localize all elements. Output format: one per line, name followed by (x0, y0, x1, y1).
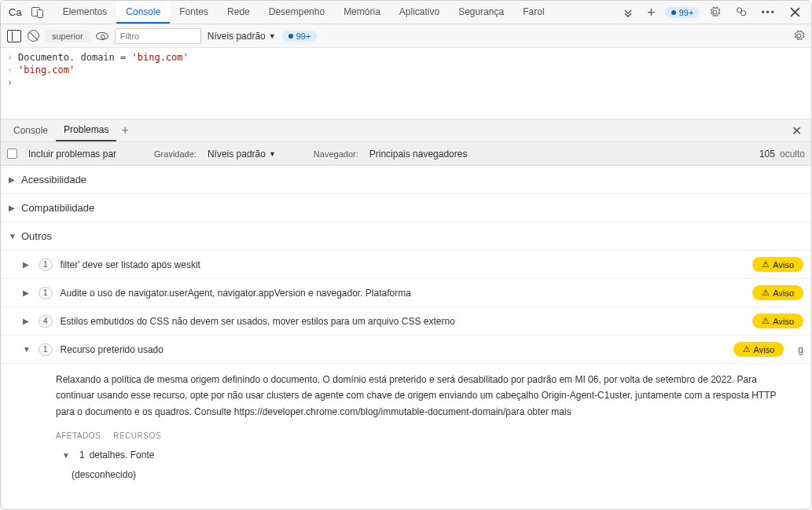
warning-badge[interactable]: ⚠Aviso (752, 314, 803, 328)
issue-count: 1 (39, 343, 53, 356)
settings-gear-icon[interactable] (704, 3, 726, 21)
clear-console-icon[interactable] (28, 30, 39, 42)
include-third-party-checkbox[interactable] (7, 149, 17, 159)
issues-counter-badge[interactable]: 99+ (665, 7, 700, 18)
category-other[interactable]: ▼ Outros (1, 222, 811, 251)
add-tab-icon[interactable]: + (642, 2, 660, 23)
context-selector[interactable]: superior (46, 30, 90, 42)
svg-point-3 (741, 11, 746, 16)
source-label[interactable]: detalhes. Fonte (90, 447, 155, 463)
issue-description: Relaxando a política de mesma origem def… (56, 372, 795, 420)
hidden-count: 105 (759, 149, 775, 160)
toggle-sidebar-icon[interactable] (7, 30, 21, 42)
svg-rect-1 (37, 9, 42, 17)
more-menu-icon[interactable]: ••• (756, 4, 781, 21)
prompt-arrow-icon: › (7, 77, 15, 88)
warning-icon: ⚠ (762, 259, 770, 270)
chevron-right-icon[interactable]: ▶ (23, 288, 31, 297)
live-expression-icon[interactable] (96, 32, 108, 40)
log-levels-dropdown[interactable]: Níveis padrão▼ (208, 31, 276, 42)
warning-badge[interactable]: ⚠Aviso (733, 342, 784, 357)
output-arrow-icon: ‹ (7, 64, 15, 75)
tab-elements[interactable]: Elementos (53, 1, 117, 24)
issue-row: ▼ 1 Recurso preterido usado ⚠Aviso g (1, 336, 811, 364)
issue-title[interactable]: Estilos embutidos do CSS não devem ser u… (61, 316, 745, 327)
tab-performance[interactable]: Desempenho (259, 1, 334, 24)
hidden-label[interactable]: oculto (780, 149, 805, 160)
category-compatibility[interactable]: ▶ Compatibilidade (1, 194, 811, 222)
source-unknown: (desconhecido) (72, 467, 795, 482)
tab-network[interactable]: Rede (218, 1, 259, 24)
warning-icon: ⚠ (762, 316, 770, 326)
chevron-down-icon[interactable]: ▼ (62, 449, 70, 462)
issue-count: 4 (39, 315, 53, 328)
issues-list: ▶ Acessibilidade ▶ Compatibilidade ▼ Out… (1, 166, 811, 509)
console-expression: Documento. domain = 'bing.com' (18, 52, 189, 63)
issue-details: Relaxando a política de mesma origem def… (1, 364, 811, 490)
issue-count: 1 (39, 259, 53, 271)
issue-count: 1 (39, 287, 53, 299)
tab-security[interactable]: Segurança (449, 1, 513, 24)
drawer-tab-console[interactable]: Console (6, 119, 56, 141)
affected-header: AFETADOS (56, 429, 101, 442)
close-devtools-icon[interactable] (785, 4, 805, 20)
warning-badge[interactable]: ⚠Aviso (752, 257, 803, 272)
console-result: 'bing.com' (18, 64, 75, 75)
issue-title[interactable]: Recurso preterido usado (61, 344, 726, 355)
device-toggle-icon[interactable] (27, 4, 49, 21)
filter-input[interactable] (115, 28, 201, 44)
chevron-right-icon: ▶ (9, 204, 17, 212)
console-settings-icon[interactable] (793, 30, 805, 42)
issue-row: ▶ 1 Audite o uso de navigator.userAgent,… (1, 279, 811, 307)
drawer-add-tab-icon[interactable]: + (116, 123, 133, 138)
browser-label: Navegador: (314, 149, 358, 159)
tab-sources[interactable]: Fontes (170, 1, 218, 24)
severity-dropdown[interactable]: Níveis padrão▼ (208, 149, 276, 160)
toolbar-issues-badge[interactable]: 99+ (282, 31, 318, 42)
tab-lighthouse[interactable]: Farol (513, 1, 553, 24)
top-tab-bar: Ca Elementos Console Fontes Rede Desempe… (1, 1, 811, 24)
more-tabs-icon[interactable] (619, 5, 637, 20)
console-toolbar: superior Níveis padrão▼ 99+ (1, 24, 811, 48)
issue-title[interactable]: filter' deve ser listado após weskit (61, 259, 745, 270)
feedback-icon[interactable] (730, 3, 751, 21)
resources-header: RECURSOS (113, 429, 161, 442)
tab-application[interactable]: Aplicativo (390, 1, 449, 24)
issue-source-hint: g (798, 344, 803, 355)
chevron-right-icon: ▶ (9, 175, 17, 184)
issue-row: ▶ 4 Estilos embutidos do CSS não devem s… (1, 307, 811, 336)
chevron-down-icon[interactable]: ▼ (23, 345, 31, 354)
drawer-tab-problems[interactable]: Problemas (56, 119, 116, 141)
severity-label: Gravidade: (154, 149, 197, 159)
drawer-close-icon[interactable]: ✕ (787, 123, 806, 138)
category-accessibility[interactable]: ▶ Acessibilidade (1, 166, 811, 194)
issue-title[interactable]: Audite o uso de navigator.userAgent, nav… (61, 288, 745, 299)
chevron-right-icon[interactable]: ▶ (23, 260, 31, 269)
inspect-label[interactable]: Ca (4, 6, 27, 18)
input-arrow-icon: › (7, 52, 15, 63)
drawer-tab-bar: Console Problemas + ✕ (1, 119, 811, 142)
issue-row: ▶ 1 filter' deve ser listado após weskit… (1, 251, 811, 279)
console-output[interactable]: › Documento. domain = 'bing.com' ‹ 'bing… (1, 48, 811, 119)
warning-icon: ⚠ (743, 344, 751, 354)
warning-icon: ⚠ (762, 288, 770, 298)
chevron-down-icon: ▼ (9, 232, 17, 240)
include-third-party-label: Incluir problemas par (28, 149, 116, 160)
browser-value[interactable]: Principais navegadores (369, 149, 468, 160)
chevron-right-icon[interactable]: ▶ (23, 317, 31, 325)
tab-console[interactable]: Console (116, 1, 170, 24)
warning-badge[interactable]: ⚠Aviso (752, 285, 803, 300)
source-count: 1 (79, 447, 85, 463)
tab-memory[interactable]: Memória (334, 1, 390, 24)
issues-filter-bar: Incluir problemas par Gravidade: Níveis … (1, 142, 811, 166)
